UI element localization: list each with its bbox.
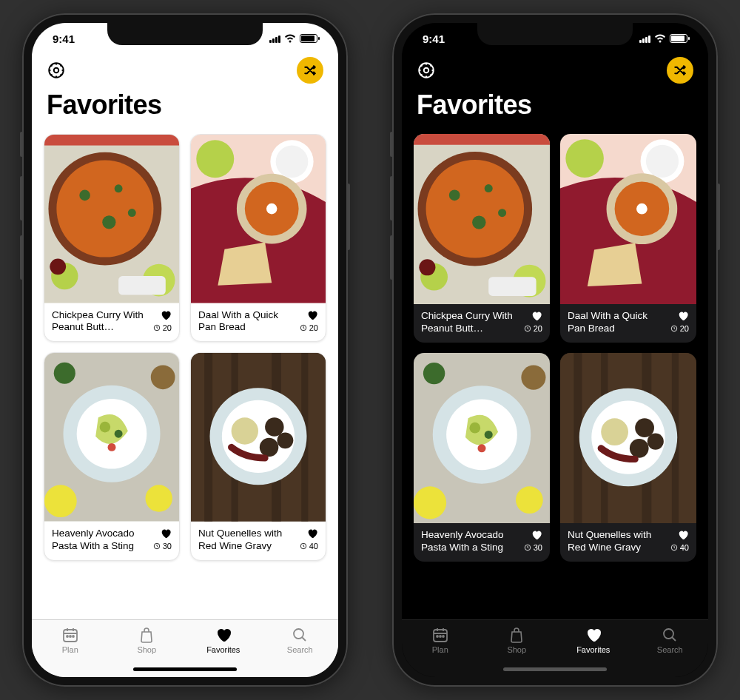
recipe-card[interactable]: Chickpea Curry With Peanut Butt…20	[414, 134, 550, 343]
recipe-time: 20	[300, 323, 318, 332]
recipe-grid[interactable]: Chickpea Curry With Peanut Butt… 20 Daal…	[32, 134, 338, 619]
device-frame-dark: 9:41 Favorites Chickpea Curry With Peanu…	[392, 13, 718, 687]
recipe-title: Daal With a Quick Pan Bread	[568, 310, 666, 335]
clock-icon	[524, 544, 531, 551]
bag-icon	[137, 626, 156, 644]
svg-point-17	[276, 146, 309, 178]
notch	[107, 23, 263, 45]
notch	[477, 23, 633, 45]
heart-icon[interactable]	[160, 309, 172, 321]
svg-point-18	[196, 140, 234, 178]
clock-icon	[524, 325, 531, 332]
volume-down	[390, 235, 393, 280]
recipe-card[interactable]: Nut Quenelles with Red Wine Gravy 40	[190, 352, 326, 560]
tab-plan[interactable]: Plan	[402, 626, 479, 677]
recipe-title: Heavenly Avocado Pasta With a Sting	[421, 529, 519, 554]
recipe-footer: Heavenly Avocado Pasta With a Sting 30	[44, 522, 179, 560]
page-title: Favorites	[402, 87, 708, 134]
svg-point-102	[443, 636, 444, 637]
tab-label: Shop	[137, 645, 156, 654]
recipe-card[interactable]: Daal With a Quick Pan Bread20	[560, 134, 696, 343]
heart-icon[interactable]	[306, 309, 318, 321]
recipe-footer: Nut Quenelles with Red Wine Gravy 40	[191, 522, 326, 560]
svg-rect-3	[44, 135, 179, 146]
svg-point-32	[146, 485, 172, 512]
recipe-card[interactable]: Chickpea Curry With Peanut Butt… 20	[44, 134, 180, 342]
wifi-icon	[284, 34, 296, 43]
recipe-footer: Chickpea Curry With Peanut Butt… 20	[44, 303, 179, 342]
svg-point-94	[601, 418, 628, 445]
tab-label: Search	[287, 645, 313, 654]
recipe-footer: Daal With a Quick Pan Bread 20	[191, 303, 326, 342]
svg-point-81	[485, 431, 493, 439]
recipe-card[interactable]: Heavenly Avocado Pasta With a Sting30	[414, 353, 550, 562]
heart-icon[interactable]	[677, 310, 689, 322]
recipe-grid[interactable]: Chickpea Curry With Peanut Butt…20 Daal …	[402, 134, 708, 619]
tab-search[interactable]: Search	[262, 626, 339, 677]
svg-point-57	[426, 160, 524, 258]
svg-point-50	[73, 636, 74, 637]
svg-point-97	[648, 433, 664, 449]
home-indicator[interactable]	[503, 667, 607, 671]
heart-icon[interactable]	[531, 310, 542, 322]
mute-switch	[20, 132, 23, 157]
recipe-time: 20	[153, 323, 172, 332]
shuffle-button[interactable]	[297, 57, 323, 84]
recipe-time: 20	[524, 324, 542, 333]
svg-point-24	[54, 363, 75, 384]
svg-rect-55	[414, 134, 550, 145]
recipe-image	[191, 135, 326, 303]
home-indicator[interactable]	[133, 667, 237, 671]
heart-icon[interactable]	[531, 529, 542, 541]
svg-point-69	[646, 145, 679, 178]
svg-point-5	[56, 161, 153, 258]
bag-icon	[507, 626, 526, 644]
battery-icon	[300, 34, 317, 43]
tab-label: Search	[657, 645, 683, 654]
tab-search[interactable]: Search	[632, 626, 709, 677]
svg-point-42	[232, 418, 258, 445]
gear-icon[interactable]	[47, 61, 66, 80]
svg-point-80	[469, 423, 480, 434]
app-toolbar	[32, 54, 338, 87]
calendar-icon	[61, 626, 80, 644]
svg-point-49	[70, 636, 71, 637]
svg-point-8	[102, 215, 115, 229]
status-time: 9:41	[53, 33, 75, 45]
svg-point-70	[565, 139, 604, 178]
heart-icon	[214, 626, 233, 644]
svg-point-1	[54, 68, 59, 73]
recipe-time: 30	[524, 543, 542, 552]
recipe-image	[44, 353, 179, 522]
heart-icon[interactable]	[160, 528, 172, 539]
svg-point-65	[419, 259, 435, 275]
app-toolbar	[402, 54, 708, 87]
recipe-image	[560, 353, 696, 523]
calendar-icon	[431, 626, 450, 644]
recipe-card[interactable]: Nut Quenelles with Red Wine Gravy40	[560, 353, 696, 562]
clock-icon	[670, 544, 678, 551]
heart-icon[interactable]	[677, 529, 689, 541]
svg-point-30	[108, 443, 116, 451]
heart-icon[interactable]	[306, 528, 318, 539]
recipe-image	[414, 134, 550, 304]
page-title: Favorites	[32, 87, 338, 134]
svg-point-25	[151, 366, 175, 390]
svg-point-100	[437, 636, 438, 637]
svg-point-76	[423, 363, 445, 384]
svg-point-101	[440, 636, 441, 637]
recipe-card[interactable]: Daal With a Quick Pan Bread 20	[190, 134, 326, 342]
recipe-card[interactable]: Heavenly Avocado Pasta With a Sting 30	[44, 352, 180, 560]
svg-point-45	[277, 433, 293, 449]
mute-switch	[390, 132, 393, 157]
tab-label: Plan	[62, 645, 78, 654]
shuffle-button[interactable]	[667, 57, 693, 84]
svg-point-73	[636, 203, 648, 215]
signal-icon	[639, 35, 650, 43]
recipe-title: Nut Quenelles with Red Wine Gravy	[568, 529, 666, 554]
power-button	[717, 184, 720, 250]
wifi-icon	[654, 34, 666, 43]
gear-icon[interactable]	[417, 61, 436, 80]
status-time: 9:41	[423, 33, 445, 45]
tab-plan[interactable]: Plan	[32, 626, 109, 677]
